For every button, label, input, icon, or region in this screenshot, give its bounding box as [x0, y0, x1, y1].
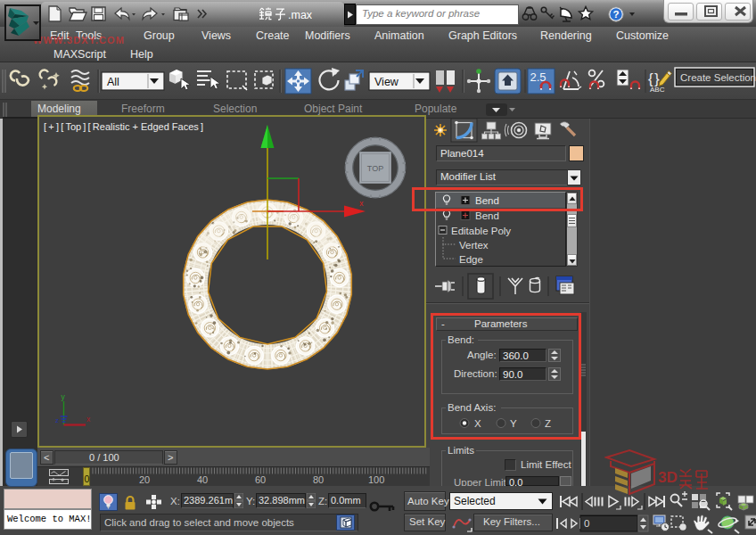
- svg-text:100: 100: [368, 474, 384, 485]
- svg-text:?: ?: [612, 9, 619, 20]
- svg-text:Editable Poly: Editable Poly: [451, 226, 511, 236]
- svg-text:60: 60: [255, 474, 266, 485]
- svg-text:80: 80: [313, 474, 324, 485]
- svg-text:All: All: [107, 76, 119, 88]
- svg-text:x: x: [86, 415, 91, 424]
- svg-text:View: View: [374, 76, 399, 88]
- svg-text:0: 0: [584, 518, 589, 529]
- svg-text:3D: 3D: [658, 469, 678, 486]
- svg-text:z: z: [55, 416, 59, 424]
- svg-text:ABC: ABC: [650, 86, 665, 94]
- svg-text:x: x: [359, 199, 364, 208]
- svg-text:Bend: Bend: [475, 210, 499, 221]
- svg-text:Create Selection: Create Selection: [680, 72, 756, 83]
- svg-text:y: y: [62, 392, 66, 401]
- svg-text:20: 20: [139, 474, 150, 485]
- svg-text:TOP: TOP: [367, 164, 383, 173]
- svg-text:40: 40: [197, 474, 208, 485]
- svg-text:.max: .max: [288, 9, 312, 21]
- svg-text:Edge: Edge: [459, 254, 483, 265]
- svg-text:Vertex: Vertex: [459, 240, 489, 251]
